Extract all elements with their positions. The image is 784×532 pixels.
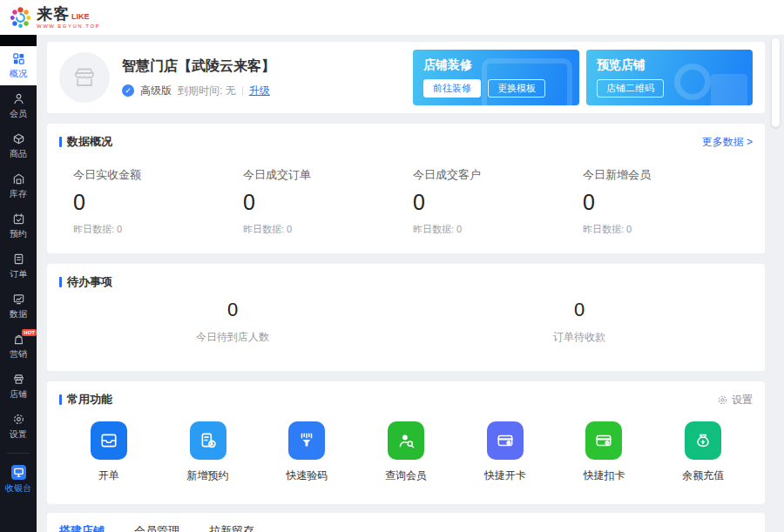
setup-panel: 搭建店铺 会员管理 拉新留存 服务管理 卡项管理 bbox=[47, 513, 765, 532]
brand-url: WWW.EGYUN.TOP bbox=[37, 24, 100, 29]
quick-action-recharge[interactable]: 余额充值 bbox=[653, 421, 753, 483]
more-data-link[interactable]: 更多数据 > bbox=[702, 135, 753, 150]
gear-icon bbox=[717, 394, 728, 406]
sidebar-item-booking[interactable]: 预约 bbox=[0, 206, 37, 246]
sidebar-item-members[interactable]: 会员 bbox=[0, 86, 37, 125]
top-header: 来客 LIKE WWW.EGYUN.TOP bbox=[0, 0, 784, 35]
metric-new-members: 今日新增会员 0 昨日数据: 0 bbox=[583, 167, 753, 236]
brand-name-cn: 来客 bbox=[37, 6, 70, 22]
metric-yesterday: 昨日数据: 0 bbox=[583, 223, 753, 236]
change-template-button[interactable]: 更换模板 bbox=[488, 79, 545, 98]
chart-icon bbox=[12, 293, 25, 306]
sidebar-item-inventory[interactable]: 库存 bbox=[0, 166, 37, 205]
hot-badge: HOT bbox=[22, 329, 37, 336]
meta-divider bbox=[242, 86, 243, 96]
brand-pinwheel-icon bbox=[9, 6, 32, 30]
storefront-icon bbox=[12, 373, 25, 386]
upgrade-link[interactable]: 升级 bbox=[249, 84, 270, 98]
tab-member-management[interactable]: 会员管理 bbox=[134, 523, 179, 532]
sidebar-divider bbox=[7, 453, 30, 454]
expire-label: 到期时间: 无 bbox=[178, 84, 236, 98]
store-avatar-icon bbox=[71, 64, 98, 91]
todo-label: 订单待收款 bbox=[406, 330, 753, 345]
todo-value: 0 bbox=[59, 299, 406, 321]
sidebar-item-settings[interactable]: 设置 bbox=[0, 407, 37, 446]
money-bag-icon bbox=[693, 431, 713, 450]
cashier-icon bbox=[11, 465, 26, 480]
todo-panel: 待办事项 0 今日待到店人数 0 订单待收款 bbox=[47, 264, 765, 371]
todo-visitors: 0 今日待到店人数 bbox=[59, 299, 406, 345]
promo-title: 店铺装修 bbox=[423, 57, 569, 73]
metric-today-orders: 今日成交订单 0 昨日数据: 0 bbox=[243, 167, 413, 236]
metric-value: 0 bbox=[413, 190, 583, 215]
sidebar-item-products[interactable]: 商品 bbox=[0, 126, 37, 165]
sidebar-item-data[interactable]: 数据 bbox=[0, 286, 37, 326]
sidebar-item-label: 会员 bbox=[10, 108, 27, 120]
metric-yesterday: 昨日数据: 0 bbox=[73, 223, 243, 236]
brand-logo: 来客 LIKE WWW.EGYUN.TOP bbox=[9, 6, 100, 30]
metric-value: 0 bbox=[583, 190, 753, 215]
promo-card-preview[interactable]: 预览店铺 店铺二维码 bbox=[586, 50, 753, 105]
setup-tabs: 搭建店铺 会员管理 拉新留存 bbox=[59, 523, 753, 532]
warehouse-icon bbox=[12, 172, 25, 185]
metric-today-revenue: 今日实收金额 0 昨日数据: 0 bbox=[73, 167, 243, 236]
todo-label: 今日待到店人数 bbox=[59, 330, 406, 345]
sidebar-item-overview[interactable]: 概况 bbox=[0, 46, 37, 85]
sidebar-item-store[interactable]: 店铺 bbox=[0, 367, 37, 406]
grid-icon bbox=[12, 52, 25, 65]
vertical-scrollbar[interactable] bbox=[772, 38, 780, 127]
person-icon bbox=[12, 92, 25, 105]
sidebar-item-orders[interactable]: 订单 bbox=[0, 246, 37, 286]
section-title: 数据概况 bbox=[59, 134, 112, 150]
sidebar-item-label: 商品 bbox=[10, 148, 27, 160]
metric-yesterday: 昨日数据: 0 bbox=[243, 223, 413, 236]
metric-value: 0 bbox=[73, 190, 243, 215]
plan-badge-icon: ✓ bbox=[122, 84, 134, 97]
store-title: 智慧门店【武陵云来客】 bbox=[122, 57, 275, 76]
card-open-icon bbox=[496, 431, 515, 450]
todo-value: 0 bbox=[406, 299, 753, 321]
quick-actions-panel: 常用功能 设置 开单 bbox=[47, 381, 765, 504]
quick-action-new-booking[interactable]: 新增预约 bbox=[159, 421, 258, 483]
main-content: 智慧门店【武陵云来客】 ✓ 高级版 到期时间: 无 升级 店铺装修 前往装修 更… bbox=[37, 35, 784, 532]
sidebar-item-marketing[interactable]: HOT 营销 bbox=[0, 327, 37, 366]
appointment-icon bbox=[199, 431, 218, 450]
gear-icon bbox=[12, 413, 25, 426]
metric-today-customers: 今日成交客户 0 昨日数据: 0 bbox=[413, 167, 583, 236]
plan-name: 高级版 bbox=[140, 84, 172, 98]
metric-yesterday: 昨日数据: 0 bbox=[413, 223, 583, 236]
sidebar-item-label: 设置 bbox=[10, 428, 27, 441]
metric-value: 0 bbox=[243, 190, 413, 215]
sidebar-item-label: 营销 bbox=[10, 348, 27, 360]
sidebar-item-label: 订单 bbox=[10, 268, 27, 280]
section-title: 待办事项 bbox=[59, 274, 112, 290]
invoice-icon bbox=[99, 431, 118, 450]
sidebar-item-label: 收银台 bbox=[5, 482, 31, 495]
brand-name-en: LIKE bbox=[71, 13, 90, 21]
sidebar-item-cashier[interactable]: 收银台 bbox=[0, 460, 37, 499]
store-qrcode-button[interactable]: 店铺二维码 bbox=[597, 79, 664, 98]
todo-pending-payment: 0 订单待收款 bbox=[406, 299, 753, 345]
quick-action-open-order[interactable]: 开单 bbox=[59, 421, 159, 483]
promo-title: 预览店铺 bbox=[597, 57, 742, 73]
sidebar-nav: 概况 会员 商品 库存 预约 订单 数据 bbox=[0, 35, 37, 532]
quick-action-deduct-card[interactable]: 快捷扣卡 bbox=[555, 421, 654, 483]
sidebar-item-label: 数据 bbox=[10, 308, 27, 320]
member-search-icon bbox=[396, 431, 416, 450]
go-decorate-button[interactable]: 前往装修 bbox=[423, 79, 481, 98]
quick-action-member-search[interactable]: 查询会员 bbox=[356, 421, 456, 483]
sidebar-item-label: 概况 bbox=[10, 68, 27, 80]
tab-build-store[interactable]: 搭建店铺 bbox=[59, 523, 105, 532]
promo-card-decorate[interactable]: 店铺装修 前往装修 更换模板 bbox=[413, 50, 579, 105]
barcode-scan-icon bbox=[297, 431, 316, 450]
quick-action-open-card[interactable]: 快捷开卡 bbox=[456, 421, 555, 483]
sidebar-item-label: 店铺 bbox=[10, 388, 27, 401]
quick-action-scan-code[interactable]: 快速验码 bbox=[257, 421, 356, 483]
receipt-icon bbox=[12, 253, 25, 266]
sidebar-top-strip bbox=[0, 35, 37, 46]
tab-acquisition-retention[interactable]: 拉新留存 bbox=[209, 523, 254, 532]
calendar-check-icon bbox=[12, 212, 25, 226]
store-avatar bbox=[59, 52, 110, 103]
store-header-card: 智慧门店【武陵云来客】 ✓ 高级版 到期时间: 无 升级 店铺装修 前往装修 更… bbox=[47, 42, 765, 113]
quick-actions-settings-button[interactable]: 设置 bbox=[717, 393, 753, 407]
